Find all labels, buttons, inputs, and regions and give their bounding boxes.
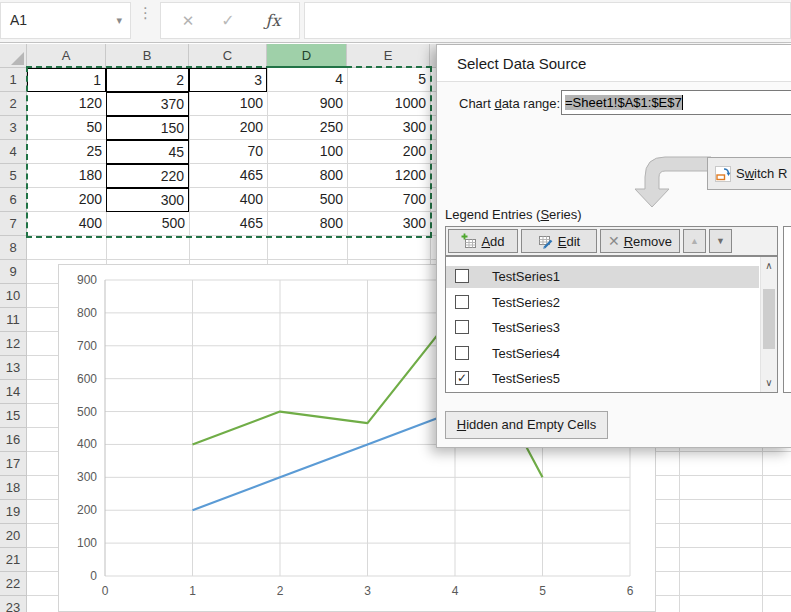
row-header-7[interactable]: 7 xyxy=(0,212,27,236)
cell-A2[interactable]: 120 xyxy=(27,92,106,116)
cell-C1[interactable]: 3 xyxy=(189,68,267,92)
cell-D1[interactable]: 4 xyxy=(267,68,347,92)
row-header-4[interactable]: 4 xyxy=(0,140,27,164)
series-row-TestSeries2[interactable]: TestSeries2 xyxy=(446,292,759,314)
row-header-19[interactable]: 19 xyxy=(0,500,27,524)
cell-C2[interactable]: 100 xyxy=(189,92,267,116)
column-header-E[interactable]: E xyxy=(347,44,430,68)
cell-E1[interactable]: 5 xyxy=(347,68,430,92)
row-header-6[interactable]: 6 xyxy=(0,188,27,212)
cell-B2[interactable]: 370 xyxy=(106,92,189,116)
cell-C6[interactable]: 400 xyxy=(189,188,267,212)
dialog-titlebar[interactable]: Select Data Source xyxy=(437,45,791,82)
insert-function-icon[interactable]: ƒx xyxy=(261,3,285,38)
series-checkbox[interactable] xyxy=(455,346,469,360)
cell-B4[interactable]: 45 xyxy=(106,140,189,164)
series-checkbox[interactable]: ✓ xyxy=(455,371,469,385)
cell-A7[interactable]: 400 xyxy=(27,212,106,236)
row-header-18[interactable]: 18 xyxy=(0,476,27,500)
cell-E3[interactable]: 300 xyxy=(347,116,430,140)
row-header-1[interactable]: 1 xyxy=(0,68,27,92)
series-checkbox[interactable] xyxy=(455,320,469,334)
row-header-13[interactable]: 13 xyxy=(0,356,27,380)
remove-series-button[interactable]: ✕ Remove xyxy=(600,229,680,253)
row-header-14[interactable]: 14 xyxy=(0,380,27,404)
row-header-16[interactable]: 16 xyxy=(0,428,27,452)
cell-E7[interactable]: 300 xyxy=(347,212,430,236)
scroll-down-icon[interactable]: ∨ xyxy=(761,375,777,391)
column-header-A[interactable]: A xyxy=(27,44,106,68)
column-header-D[interactable]: D xyxy=(267,44,347,68)
cell-D7[interactable]: 800 xyxy=(267,212,347,236)
name-box-value: A1 xyxy=(10,12,27,28)
column-header-B[interactable]: B xyxy=(106,44,189,68)
cell-B7[interactable]: 500 xyxy=(106,212,189,236)
cell-C5[interactable]: 465 xyxy=(189,164,267,188)
select-all-corner[interactable] xyxy=(0,44,27,68)
series-row-TestSeries1[interactable]: TestSeries1 xyxy=(446,266,759,288)
cell-A1[interactable]: 1 xyxy=(27,68,106,92)
switch-button-label: Switch R xyxy=(736,166,787,181)
scroll-up-icon[interactable]: ∧ xyxy=(761,258,777,274)
cell-B6[interactable]: 300 xyxy=(106,188,189,212)
name-box[interactable]: A1 ▾ xyxy=(0,2,131,39)
row-header-23[interactable]: 23 xyxy=(0,596,27,612)
cell-D6[interactable]: 500 xyxy=(267,188,347,212)
cell-A5[interactable]: 180 xyxy=(27,164,106,188)
cell-C4[interactable]: 70 xyxy=(189,140,267,164)
edit-series-button[interactable]: Edit xyxy=(521,229,597,253)
row-header-21[interactable]: 21 xyxy=(0,548,27,572)
row-header-11[interactable]: 11 xyxy=(0,308,27,332)
move-series-up-button[interactable]: ▲ xyxy=(683,229,706,253)
cell-E6[interactable]: 700 xyxy=(347,188,430,212)
cell-D2[interactable]: 900 xyxy=(267,92,347,116)
row-header-8[interactable]: 8 xyxy=(0,236,27,260)
series-row-TestSeries4[interactable]: TestSeries4 xyxy=(446,343,759,365)
curved-down-arrow-icon xyxy=(627,155,711,209)
cell-C3[interactable]: 200 xyxy=(189,116,267,140)
cell-E2[interactable]: 1000 xyxy=(347,92,430,116)
svg-text:1: 1 xyxy=(189,584,196,598)
cell-B5[interactable]: 220 xyxy=(106,164,189,188)
cell-B3[interactable]: 150 xyxy=(106,116,189,140)
series-checkbox[interactable] xyxy=(455,269,469,283)
chart-data-range-input[interactable]: =Sheet1!$A$1:$E$7 xyxy=(561,90,791,115)
formula-strip: A1 ▾ ⋮ ✕ ✓ ƒx xyxy=(0,0,791,43)
name-box-dropdown-icon[interactable]: ▾ xyxy=(116,3,122,38)
cell-C7[interactable]: 465 xyxy=(189,212,267,236)
svg-text:400: 400 xyxy=(77,437,97,451)
hidden-and-empty-cells-button[interactable]: Hidden and Empty Cells xyxy=(445,411,608,439)
cell-E4[interactable]: 200 xyxy=(347,140,430,164)
cell-A3[interactable]: 50 xyxy=(27,116,106,140)
cell-D3[interactable]: 250 xyxy=(267,116,347,140)
svg-text:600: 600 xyxy=(77,372,97,386)
row-header-22[interactable]: 22 xyxy=(0,572,27,596)
cell-D5[interactable]: 800 xyxy=(267,164,347,188)
column-header-C[interactable]: C xyxy=(189,44,267,68)
scrollbar-thumb[interactable] xyxy=(763,289,775,349)
row-header-9[interactable]: 9 xyxy=(0,260,27,284)
cell-B1[interactable]: 2 xyxy=(106,68,189,92)
cancel-icon[interactable]: ✕ xyxy=(176,3,200,38)
add-series-button[interactable]: Add xyxy=(448,229,518,253)
row-header-17[interactable]: 17 xyxy=(0,452,27,476)
row-header-15[interactable]: 15 xyxy=(0,404,27,428)
row-header-12[interactable]: 12 xyxy=(0,332,27,356)
row-header-5[interactable]: 5 xyxy=(0,164,27,188)
cell-D4[interactable]: 100 xyxy=(267,140,347,164)
series-row-TestSeries5[interactable]: ✓TestSeries5 xyxy=(446,368,759,390)
row-header-20[interactable]: 20 xyxy=(0,524,27,548)
move-series-down-button[interactable]: ▼ xyxy=(709,229,732,253)
listbox-scrollbar[interactable]: ∧ ∨ xyxy=(760,257,777,392)
series-checkbox[interactable] xyxy=(455,295,469,309)
confirm-icon[interactable]: ✓ xyxy=(216,3,240,38)
row-header-3[interactable]: 3 xyxy=(0,116,27,140)
cell-E5[interactable]: 1200 xyxy=(347,164,430,188)
cell-A4[interactable]: 25 xyxy=(27,140,106,164)
row-header-2[interactable]: 2 xyxy=(0,92,27,116)
row-header-10[interactable]: 10 xyxy=(0,284,27,308)
switch-row-column-button[interactable]: Switch R xyxy=(707,157,791,190)
cell-A6[interactable]: 200 xyxy=(27,188,106,212)
series-row-TestSeries3[interactable]: TestSeries3 xyxy=(446,317,759,339)
formula-bar[interactable] xyxy=(304,2,791,39)
